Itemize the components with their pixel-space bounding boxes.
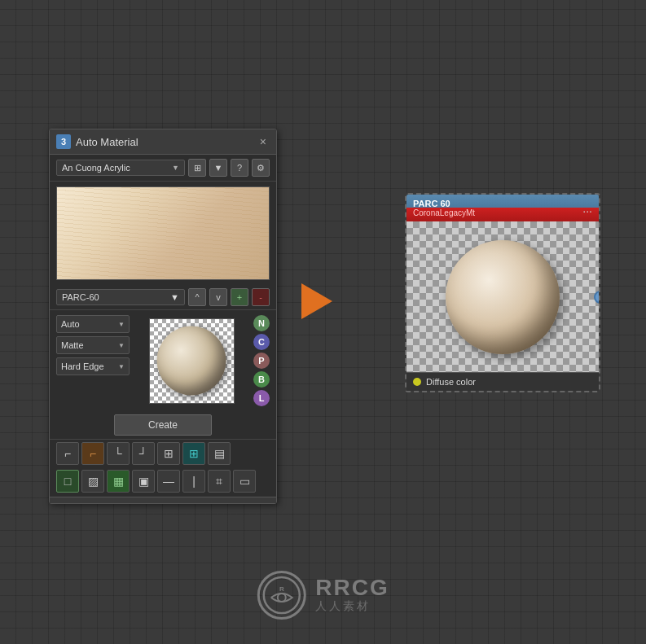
b-button[interactable]: B — [253, 371, 270, 388]
frame-icon[interactable]: ▭ — [233, 470, 256, 493]
letter-buttons: N C P B L — [253, 315, 270, 406]
variant-dropdown[interactable]: PARC-60 ▼ — [56, 289, 185, 305]
texture-preview — [56, 186, 270, 280]
material-dropdown[interactable]: An Cuong Acrylic ▼ — [56, 160, 185, 176]
close-button[interactable]: × — [257, 134, 270, 149]
corner-tr-icon[interactable]: ⌐ — [81, 442, 104, 465]
horizontal-scrollbar[interactable] — [50, 497, 276, 503]
square-grid-icon[interactable]: ▦ — [107, 470, 130, 493]
svg-point-0 — [263, 577, 299, 613]
variant-add-button[interactable]: + — [231, 288, 248, 306]
square-half-icon[interactable]: ▨ — [81, 470, 104, 493]
rrcg-cn-text: 人人素材 — [315, 599, 389, 614]
type-dropdown[interactable]: Auto ▼ — [56, 315, 130, 333]
material-node: PARC 60 CoronaLegacyMt ... Diffuse color — [405, 193, 600, 392]
dropdown-arrow-icon: ▼ — [172, 164, 179, 172]
node-title: PARC 60 — [413, 199, 475, 208]
finish-arrow-icon: ▼ — [118, 342, 125, 349]
variant-down-button[interactable]: v — [209, 288, 227, 306]
n-button[interactable]: N — [253, 315, 270, 331]
square-round-icon[interactable]: ▣ — [132, 470, 155, 493]
edge-arrow-icon: ▼ — [118, 363, 125, 370]
node-sphere — [446, 240, 560, 354]
panel-icon: 3 — [56, 134, 71, 149]
grid-right-icon[interactable]: ▤ — [208, 442, 231, 465]
controls-area: Auto ▼ Matte ▼ Hard Edge ▼ N C P B L — [50, 310, 276, 411]
help-icon[interactable]: ? — [231, 159, 248, 177]
variant-up-button[interactable]: ^ — [188, 288, 206, 306]
corner-bl-icon[interactable]: └ — [107, 442, 130, 465]
node-footer: Diffuse color — [406, 372, 599, 391]
down-icon[interactable]: ▼ — [209, 159, 227, 177]
play-arrow-icon — [301, 283, 332, 319]
diffuse-label: Diffuse color — [426, 377, 476, 387]
crop-icon[interactable]: ⌗ — [208, 470, 231, 493]
watermark: R RRCG 人人素材 — [257, 571, 389, 620]
square-outline-icon[interactable]: □ — [56, 470, 79, 493]
sphere-preview-container — [134, 315, 248, 406]
c-button[interactable]: C — [253, 334, 270, 350]
panel-toolbar: An Cuong Acrylic ▼ ⊞ ▼ ? ⚙ — [50, 155, 276, 182]
sphere-preview — [149, 318, 235, 404]
grid-icon[interactable]: ⊞ — [188, 159, 206, 177]
node-title-group: PARC 60 CoronaLegacyMt — [413, 199, 475, 217]
v-line-icon[interactable]: | — [182, 470, 205, 493]
type-arrow-icon: ▼ — [118, 321, 125, 328]
bottom-toolbar-1: ⌐ ⌐ └ ┘ ⊞ ⊞ ▤ — [50, 439, 276, 467]
material-sphere — [157, 326, 226, 396]
variant-arrow-icon: ▼ — [170, 292, 179, 302]
diffuse-dot-icon — [413, 378, 421, 386]
node-preview-area — [406, 221, 599, 372]
variant-remove-button[interactable]: - — [252, 288, 270, 306]
node-menu-dots[interactable]: ... — [582, 202, 592, 215]
settings-icon[interactable]: ⚙ — [252, 159, 270, 177]
node-header: PARC 60 CoronaLegacyMt ... — [406, 195, 599, 221]
panel-titlebar: 3 Auto Material × — [50, 129, 276, 155]
svg-point-2 — [277, 594, 285, 602]
rrcg-text: RRCG 人人素材 — [315, 576, 389, 614]
left-controls: Auto ▼ Matte ▼ Hard Edge ▼ — [56, 315, 130, 406]
auto-material-panel: 3 Auto Material × An Cuong Acrylic ▼ ⊞ ▼… — [49, 129, 277, 504]
grid-center-icon[interactable]: ⊞ — [182, 442, 205, 465]
arrow-indicator — [301, 283, 332, 319]
title-left: 3 Auto Material — [56, 134, 138, 149]
grid-small-icon[interactable]: ⊞ — [157, 442, 180, 465]
svg-text:R: R — [279, 585, 283, 593]
node-subtitle: CoronaLegacyMt — [413, 208, 475, 217]
bottom-toolbar-2: □ ▨ ▦ ▣ — | ⌗ ▭ — [50, 467, 276, 497]
finish-dropdown[interactable]: Matte ▼ — [56, 336, 130, 354]
corner-tl-icon[interactable]: ⌐ — [56, 442, 79, 465]
create-button[interactable]: Create — [114, 414, 212, 436]
variant-row: PARC-60 ▼ ^ v + - — [50, 285, 276, 310]
p-button[interactable]: P — [253, 353, 270, 369]
rrcg-brand: RRCG — [315, 576, 389, 599]
rrcg-circle-icon: R — [257, 571, 305, 620]
h-line-icon[interactable]: — — [157, 470, 180, 493]
panel-title: Auto Material — [76, 136, 138, 148]
corner-br-icon[interactable]: ┘ — [132, 442, 155, 465]
l-button[interactable]: L — [253, 390, 270, 406]
create-btn-row: Create — [50, 411, 276, 439]
edge-dropdown[interactable]: Hard Edge ▼ — [56, 357, 130, 375]
